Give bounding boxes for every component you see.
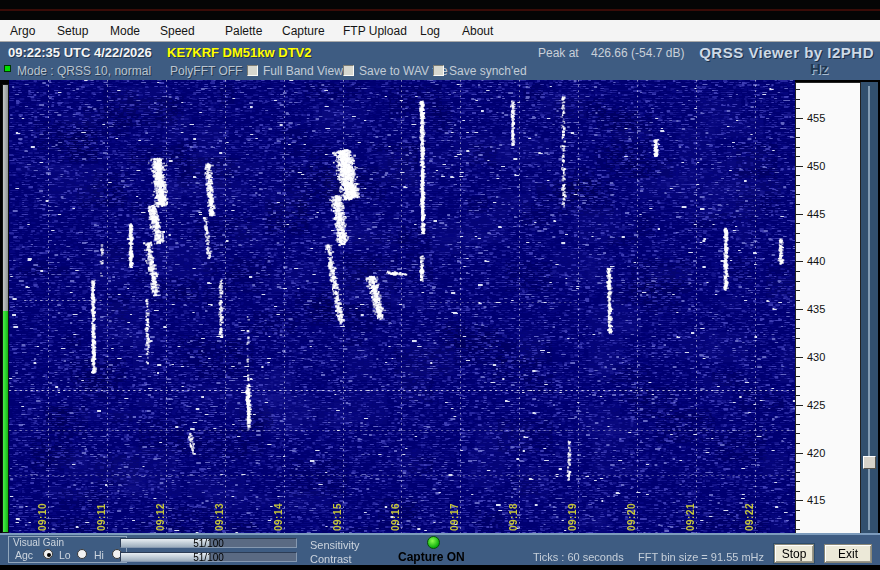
capture-led-icon bbox=[427, 536, 440, 549]
checkbox-label: Full Band View bbox=[263, 64, 343, 78]
gain-option-label: Lo bbox=[59, 549, 71, 561]
frequency-tick-label: 455 bbox=[807, 112, 825, 124]
checkbox-box-icon[interactable] bbox=[433, 65, 444, 76]
minor-tick bbox=[796, 128, 800, 129]
minor-tick bbox=[796, 319, 800, 320]
time-axis-label: 09:17 bbox=[449, 503, 460, 531]
minor-tick bbox=[796, 338, 800, 339]
minor-tick bbox=[796, 147, 800, 148]
major-tick bbox=[796, 214, 803, 215]
sensitivity-label: Sensitivity bbox=[310, 539, 360, 551]
minor-tick bbox=[796, 424, 800, 425]
minor-tick bbox=[796, 414, 800, 415]
minor-tick bbox=[796, 89, 800, 90]
minor-tick bbox=[796, 529, 800, 530]
gain-option-label: Agc bbox=[15, 549, 33, 561]
polyfft-status[interactable]: PolyFFT OFF bbox=[170, 64, 242, 78]
minor-tick bbox=[796, 472, 800, 473]
minor-tick bbox=[796, 347, 800, 348]
major-tick bbox=[796, 405, 803, 406]
level-meter-lower bbox=[3, 311, 8, 532]
fft-bin-info: FFT bin size = 91.55 mHz bbox=[638, 551, 764, 563]
level-meter bbox=[2, 84, 9, 533]
stop-button[interactable]: Stop bbox=[774, 544, 814, 563]
menu-bar: ArgoSetupModeSpeedPaletteCaptureFTP Uplo… bbox=[0, 20, 880, 42]
peak-label: Peak at bbox=[538, 46, 579, 60]
minor-tick bbox=[796, 233, 800, 234]
minor-tick bbox=[796, 520, 800, 521]
menu-item-mode[interactable]: Mode bbox=[110, 24, 140, 38]
menu-item-capture[interactable]: Capture bbox=[282, 24, 325, 38]
utc-clock: 09:22:35 UTC 4/22/2026 bbox=[8, 45, 152, 60]
frequency-tick-label: 430 bbox=[807, 351, 825, 363]
minor-tick bbox=[796, 156, 800, 157]
gain-radio-agc[interactable] bbox=[43, 549, 53, 559]
minor-tick bbox=[796, 367, 800, 368]
minor-tick bbox=[796, 462, 800, 463]
minor-tick bbox=[796, 376, 800, 377]
minor-tick bbox=[796, 175, 800, 176]
frequency-tick-label: 445 bbox=[807, 208, 825, 220]
menu-item-setup[interactable]: Setup bbox=[57, 24, 88, 38]
minor-tick bbox=[796, 443, 800, 444]
minor-tick bbox=[796, 185, 800, 186]
sensitivity-value: 51/100 bbox=[121, 538, 296, 549]
exit-button[interactable]: Exit bbox=[824, 544, 872, 563]
minor-tick bbox=[796, 223, 800, 224]
gain-radio-row: AgcLoHi bbox=[13, 548, 125, 562]
time-axis-label: 09:16 bbox=[390, 503, 401, 531]
peak-value: 426.66 (-54.7 dB) bbox=[591, 46, 684, 60]
minor-tick bbox=[796, 204, 800, 205]
major-tick bbox=[796, 166, 803, 167]
menu-item-palette[interactable]: Palette bbox=[225, 24, 262, 38]
time-axis-label: 09:18 bbox=[508, 503, 519, 531]
minor-tick bbox=[796, 481, 800, 482]
gain-option-label: Hi bbox=[94, 549, 104, 561]
time-axis-label: 09:12 bbox=[155, 503, 166, 531]
minor-tick bbox=[796, 395, 800, 396]
minor-tick bbox=[796, 137, 800, 138]
time-axis-label: 09:21 bbox=[685, 503, 696, 531]
capture-status: Capture ON bbox=[398, 550, 465, 564]
main-area: 455450445440435430425420415 09:1009:1109… bbox=[0, 80, 880, 533]
gain-radio-lo[interactable] bbox=[77, 549, 87, 559]
minor-tick bbox=[796, 328, 800, 329]
time-axis-label: 09:19 bbox=[567, 503, 578, 531]
menu-item-speed[interactable]: Speed bbox=[160, 24, 195, 38]
time-axis-label: 09:13 bbox=[214, 503, 225, 531]
mode-status: Mode : QRSS 10, normal bbox=[17, 64, 151, 78]
visual-gain-label: Visual Gain bbox=[13, 537, 64, 548]
contrast-slider[interactable]: 51/100 bbox=[120, 552, 297, 562]
major-tick bbox=[796, 309, 803, 310]
frequency-tick-label: 415 bbox=[807, 494, 825, 506]
major-tick bbox=[796, 453, 803, 454]
minor-tick bbox=[796, 194, 800, 195]
contrast-value: 51/100 bbox=[121, 552, 296, 563]
checkbox-label: Save synch'ed bbox=[449, 64, 527, 78]
major-tick bbox=[796, 261, 803, 262]
visual-gain-group: Visual Gain AgcLoHi bbox=[8, 536, 127, 563]
minor-tick bbox=[796, 99, 800, 100]
radio-selected-dot bbox=[47, 553, 51, 557]
frequency-tick-label: 425 bbox=[807, 399, 825, 411]
slider-thumb[interactable] bbox=[863, 456, 876, 469]
app-title: QRSS Viewer by I2PHD bbox=[699, 44, 874, 61]
checkbox-box-icon[interactable] bbox=[247, 65, 258, 76]
checkbox-box-icon[interactable] bbox=[343, 65, 354, 76]
minor-tick bbox=[796, 386, 800, 387]
info-panel: 09:22:35 UTC 4/22/2026 KE7KRF DM51kw DTV… bbox=[0, 42, 880, 80]
menu-item-argo[interactable]: Argo bbox=[10, 24, 35, 38]
station-id: KE7KRF DM51kw DTV2 bbox=[167, 45, 311, 60]
frequency-tick-label: 440 bbox=[807, 255, 825, 267]
menu-item-log[interactable]: Log bbox=[420, 24, 440, 38]
waterfall-display[interactable] bbox=[9, 80, 795, 533]
hz-unit-label: Hz bbox=[810, 60, 828, 77]
frequency-slider[interactable] bbox=[861, 82, 878, 536]
frequency-tick-label: 420 bbox=[807, 447, 825, 459]
menu-item-ftp-upload[interactable]: FTP Upload bbox=[343, 24, 407, 38]
menu-item-about[interactable]: About bbox=[462, 24, 493, 38]
minor-tick bbox=[796, 281, 800, 282]
minor-tick bbox=[796, 300, 800, 301]
major-tick bbox=[796, 357, 803, 358]
sensitivity-slider[interactable]: 51/100 bbox=[120, 538, 297, 548]
